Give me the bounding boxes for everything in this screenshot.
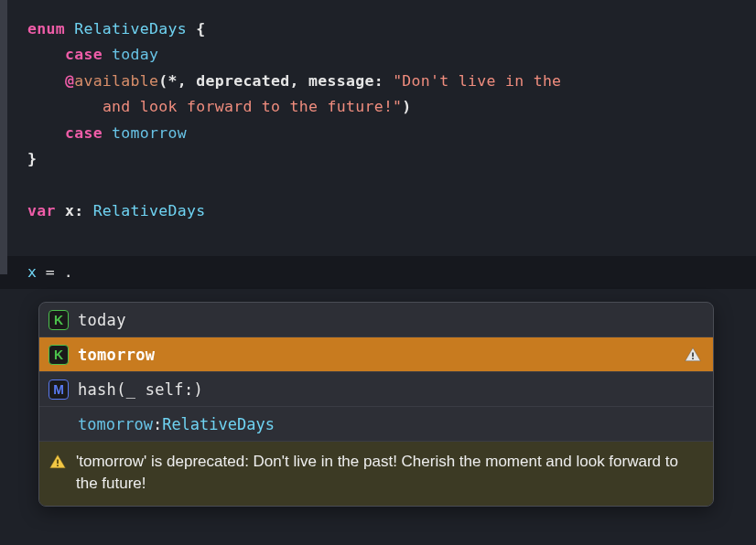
var-name: x bbox=[65, 202, 74, 219]
var-type: RelativeDays bbox=[93, 202, 206, 219]
completion-label: today bbox=[78, 311, 702, 329]
code-line: enum RelativeDays { bbox=[27, 16, 756, 42]
code-line: case tomorrow bbox=[27, 121, 756, 146]
input-var: x bbox=[27, 263, 37, 281]
code-line: case today bbox=[27, 42, 756, 68]
completion-detail: tomorrow: RelativeDays bbox=[39, 407, 713, 442]
keyword-case: case bbox=[65, 124, 103, 142]
completion-label: tomorrow bbox=[78, 346, 675, 364]
kind-icon-k: K bbox=[49, 345, 69, 365]
code-line: } bbox=[27, 146, 756, 172]
attr-args: (*, deprecated, message: bbox=[158, 72, 393, 90]
keyword-case: case bbox=[65, 46, 103, 63]
code-line: var x: RelativeDays bbox=[27, 198, 756, 224]
kind-icon-m: M bbox=[49, 379, 69, 400]
attr-at: @ bbox=[65, 72, 74, 90]
expression-input-bar[interactable]: x = . bbox=[0, 256, 756, 289]
svg-rect-0 bbox=[692, 352, 694, 357]
svg-rect-1 bbox=[692, 358, 694, 359]
case-today: today bbox=[112, 46, 158, 63]
completion-item-today[interactable]: K today bbox=[39, 303, 713, 337]
svg-rect-2 bbox=[57, 460, 59, 465]
svg-rect-3 bbox=[57, 465, 59, 466]
code-line bbox=[27, 172, 756, 198]
keyword-enum: enum bbox=[27, 20, 65, 37]
completion-item-hash[interactable]: M hash(_ self:) bbox=[39, 372, 713, 407]
code-line: @available(*, deprecated, message: "Don'… bbox=[27, 69, 756, 94]
code-editor[interactable]: enum RelativeDays { case today @availabl… bbox=[0, 0, 756, 224]
deprecation-warning: 'tomorrow' is deprecated: Don't live in … bbox=[39, 442, 713, 506]
warning-text: 'tomorrow' is deprecated: Don't live in … bbox=[76, 451, 700, 495]
completion-label: hash(_ self:) bbox=[78, 380, 702, 399]
string-literal: "Don't live in the bbox=[393, 72, 570, 90]
keyword-var: var bbox=[27, 202, 56, 219]
completion-popup: K today K tomorrow M hash(_ self:) tomor… bbox=[38, 302, 714, 507]
warning-icon bbox=[49, 453, 67, 471]
type-name: RelativeDays bbox=[74, 20, 187, 37]
kind-icon-k: K bbox=[49, 310, 69, 330]
code-line: and look forward to the future!") bbox=[27, 94, 756, 120]
detail-name: tomorrow bbox=[78, 415, 153, 433]
string-literal: and look forward to the future!" bbox=[103, 98, 402, 115]
completion-item-tomorrow[interactable]: K tomorrow bbox=[39, 337, 713, 372]
attr-name: available bbox=[74, 72, 158, 90]
input-rest: = . bbox=[37, 263, 73, 281]
warning-icon bbox=[684, 346, 702, 364]
detail-type: RelativeDays bbox=[162, 415, 275, 433]
case-tomorrow: tomorrow bbox=[112, 124, 187, 142]
paren-close: ) bbox=[402, 98, 411, 115]
editor-gutter bbox=[0, 0, 7, 274]
